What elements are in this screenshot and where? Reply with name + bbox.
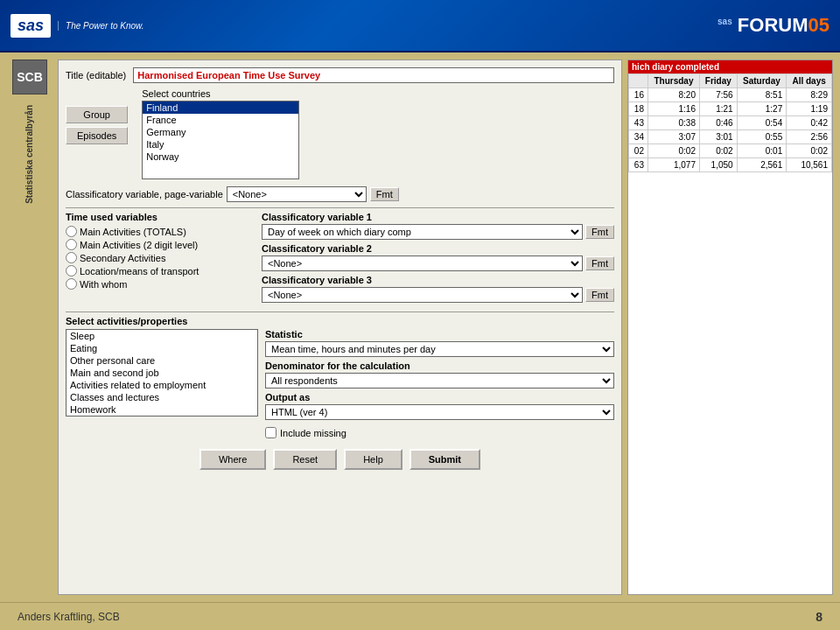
table-cell-5-4: 10,561: [787, 158, 832, 172]
col-header-alldays: All days: [787, 74, 832, 88]
classif-var2-select[interactable]: <None>: [262, 256, 583, 271]
radio-main-totals-label: Main Activities (TOTALS): [80, 227, 186, 237]
activity-sleep[interactable]: Sleep: [66, 330, 257, 342]
activities-layout: Sleep Eating Other personal care Main an…: [66, 329, 614, 438]
table-row: 181:161:211:271:19: [629, 102, 832, 116]
classif-var1-select[interactable]: Day of week on which diary comp: [262, 224, 583, 240]
activity-employment[interactable]: Activities related to employment: [66, 379, 257, 391]
header-tagline: The Power to Know.: [58, 21, 144, 31]
col-header-saturday: Saturday: [737, 74, 787, 88]
table-row: 343:073:010:552:56: [629, 130, 832, 144]
table-cell-0-0: 16: [629, 88, 648, 102]
sas-logo: sas: [10, 14, 51, 38]
table-cell-5-1: 1,077: [648, 158, 699, 172]
bottom-buttons: Where Reset Help Submit: [66, 449, 614, 470]
classif-var2-label: Classificatory variable 2: [262, 243, 614, 254]
episodes-button[interactable]: Episodes: [66, 127, 128, 144]
reset-button[interactable]: Reset: [273, 449, 337, 470]
title-input[interactable]: [133, 67, 614, 83]
time-vars-col: Time used variables Main Activities (TOT…: [66, 212, 258, 306]
scb-badge: SCB: [12, 60, 47, 94]
include-missing-label: Include missing: [280, 428, 346, 438]
table-cell-5-3: 2,561: [737, 158, 787, 172]
submit-button[interactable]: Submit: [410, 449, 480, 470]
activities-listbox[interactable]: Sleep Eating Other personal care Main an…: [66, 329, 258, 416]
classif-var2-fmt-btn[interactable]: Fmt: [585, 256, 614, 270]
scb-vertical-text: Statistiska centralbyrån: [24, 105, 36, 204]
countries-section: Select countries Finland France Germany …: [142, 88, 614, 179]
classif-page-select[interactable]: <None>: [227, 186, 367, 202]
classif-var3-fmt-btn[interactable]: Fmt: [585, 288, 614, 302]
country-italy[interactable]: Italy: [143, 138, 298, 150]
radio-secondary-label: Secondary Activities: [80, 253, 165, 263]
activity-homework[interactable]: Homework: [66, 403, 257, 416]
countries-listbox[interactable]: Finland France Germany Italy Norway: [142, 101, 299, 179]
table-row: 168:207:568:518:29: [629, 88, 832, 102]
footer-slide-number: 8: [816, 610, 822, 624]
country-france[interactable]: France: [143, 114, 298, 126]
table-cell-5-2: 1,050: [700, 158, 738, 172]
activity-main-job[interactable]: Main and second job: [66, 367, 257, 379]
table-cell-2-1: 0:38: [648, 116, 699, 130]
denominator-select[interactable]: All respondents: [265, 373, 614, 388]
radio-location-input[interactable]: [66, 265, 77, 276]
classif-var3-block: Classificatory variable 3 <None> Fmt: [262, 275, 614, 303]
table-cell-1-3: 1:27: [737, 102, 787, 116]
table-cell-4-4: 0:02: [787, 144, 832, 158]
output-select[interactable]: HTML (ver 4): [265, 404, 614, 420]
footer: Anders Kraftling, SCB 8: [0, 602, 840, 630]
main-area: SCB Statistiska centralbyrån Title (edit…: [0, 52, 840, 602]
statistic-block: Statistic Mean time, hours and minutes p…: [265, 329, 614, 357]
table-cell-3-3: 0:55: [737, 130, 787, 144]
mid-section: Time used variables Main Activities (TOT…: [66, 207, 614, 306]
output-label: Output as: [265, 392, 614, 402]
include-missing-checkbox[interactable]: [265, 427, 276, 438]
activities-right: Statistic Mean time, hours and minutes p…: [265, 329, 614, 438]
activity-eating[interactable]: Eating: [66, 342, 257, 354]
output-block: Output as HTML (ver 4): [265, 392, 614, 420]
classif-var3-label: Classificatory variable 3: [262, 275, 614, 285]
denominator-label: Denominator for the calculation: [265, 360, 614, 371]
classif-var1-block: Classificatory variable 1 Day of week on…: [262, 212, 614, 240]
table-cell-0-1: 8:20: [648, 88, 699, 102]
data-table: Thursday Friday Saturday All days 168:20…: [628, 74, 832, 172]
table-cell-3-1: 3:07: [648, 130, 699, 144]
classif-var1-row: Day of week on which diary comp Fmt: [262, 224, 614, 240]
table-cell-2-3: 0:54: [737, 116, 787, 130]
radio-main-totals-input[interactable]: [66, 226, 77, 237]
table-cell-2-4: 0:42: [787, 116, 832, 130]
time-vars-title: Time used variables: [66, 212, 258, 222]
denominator-block: Denominator for the calculation All resp…: [265, 360, 614, 388]
table-cell-0-3: 8:51: [737, 88, 787, 102]
radio-main-2digit-input[interactable]: [66, 239, 77, 250]
activity-personal-care[interactable]: Other personal care: [66, 354, 257, 367]
radio-main-2digit: Main Activities (2 digit level): [66, 239, 258, 250]
activity-school[interactable]: Other school activities: [66, 416, 257, 416]
statistic-select[interactable]: Mean time, hours and minutes per day: [265, 341, 614, 357]
table-cell-2-2: 0:46: [700, 116, 738, 130]
country-norway[interactable]: Norway: [143, 150, 298, 163]
activities-section: Select activities/properties Sleep Eatin…: [66, 312, 614, 438]
classif-var1-fmt-btn[interactable]: Fmt: [585, 225, 614, 239]
where-button[interactable]: Where: [200, 449, 266, 470]
classif-var3-select[interactable]: <None>: [262, 287, 583, 303]
footer-presenter: Anders Kraftling, SCB: [18, 611, 120, 623]
country-finland[interactable]: Finland: [143, 102, 298, 114]
radio-secondary-input[interactable]: [66, 252, 77, 263]
header: sas The Power to Know. sas FORUM05: [0, 0, 840, 52]
table-cell-4-1: 0:02: [648, 144, 699, 158]
col-header-friday: Friday: [700, 74, 738, 88]
country-germany[interactable]: Germany: [143, 126, 298, 138]
classif-var3-row: <None> Fmt: [262, 287, 614, 303]
data-table-body: 168:207:568:518:29181:161:211:271:19430:…: [629, 88, 832, 172]
help-button[interactable]: Help: [344, 449, 402, 470]
radio-with-whom-input[interactable]: [66, 278, 77, 290]
activity-classes[interactable]: Classes and lectures: [66, 391, 257, 403]
radio-with-whom: With whom: [66, 278, 258, 290]
radio-location: Location/means of transport: [66, 265, 258, 276]
col-header-0: [629, 74, 648, 88]
group-button[interactable]: Group: [66, 106, 128, 123]
table-row: 631,0771,0502,56110,561: [629, 158, 832, 172]
classif-page-fmt-btn[interactable]: Fmt: [370, 187, 399, 201]
table-cell-3-2: 3:01: [700, 130, 738, 144]
